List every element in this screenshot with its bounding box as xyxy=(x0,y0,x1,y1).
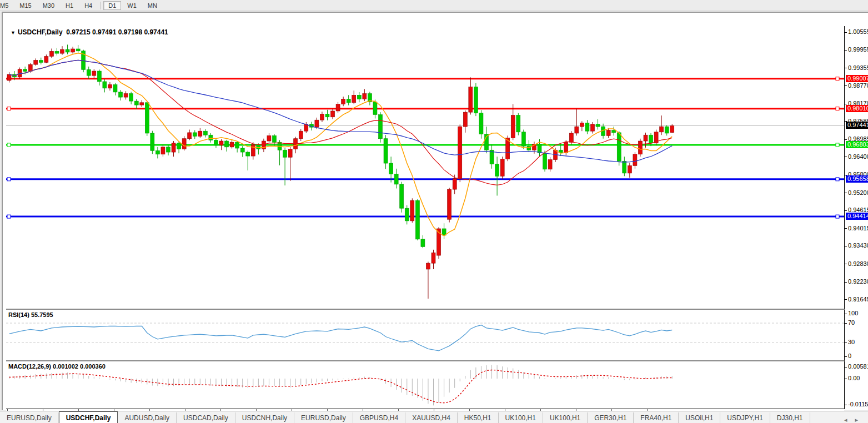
candle-body xyxy=(167,147,170,152)
timeframe-button-mn[interactable]: MN xyxy=(143,1,162,10)
candle-body xyxy=(7,74,11,80)
hline-price-badge: 0.95658 xyxy=(846,175,868,183)
candle-body xyxy=(463,112,467,127)
price-axis[interactable]: 1.005550.999550.993550.987700.981700.975… xyxy=(845,26,868,409)
timeframe-button-w1[interactable]: W1 xyxy=(122,1,142,10)
chart-tab-uk100-h1[interactable]: UK100,H1 xyxy=(543,412,588,423)
hline-handle-right[interactable] xyxy=(836,143,839,147)
candle-body xyxy=(606,130,610,136)
candle-body xyxy=(193,133,197,136)
candle-body xyxy=(198,131,202,136)
axis-tick-mark xyxy=(845,246,847,246)
candle-body xyxy=(384,139,388,163)
hline-handle-left[interactable] xyxy=(7,215,11,218)
candle-body xyxy=(49,51,53,56)
tab-scroll-left-icon[interactable]: ◂ xyxy=(844,416,847,423)
candle-body xyxy=(150,133,154,150)
candle-body xyxy=(363,94,367,99)
chart-tab-usdcad-daily[interactable]: USDCAD,Daily xyxy=(177,412,235,423)
candle-body xyxy=(394,174,398,184)
chart-tab-eurusd-daily[interactable]: EURUSD,Daily xyxy=(0,412,59,423)
candle-body xyxy=(458,127,462,179)
candle-body xyxy=(400,184,404,208)
candle-body xyxy=(34,61,38,65)
candle-body xyxy=(352,95,356,103)
axis-tick-mark xyxy=(845,68,847,68)
chart-tab-gbpusd-h4[interactable]: GBPUSD,H4 xyxy=(353,412,405,423)
hline-handle-right[interactable] xyxy=(836,107,839,110)
candle-body xyxy=(315,120,319,127)
chart-tab-dj30-h1[interactable]: DJ30,H1 xyxy=(770,412,810,423)
price-tick-0.92830: 0.92830 xyxy=(845,260,868,267)
candle-body xyxy=(612,130,616,133)
candle-body xyxy=(453,179,456,189)
chart-tab-ger30-h1[interactable]: GER30,H1 xyxy=(588,412,634,423)
candle-body xyxy=(209,135,213,140)
axis-tick-mark xyxy=(845,210,847,211)
chart-tab-usoil-h1[interactable]: USOil,H1 xyxy=(679,412,720,423)
candle-body xyxy=(225,141,229,147)
chart-tab-hk50-h1[interactable]: HK50,H1 xyxy=(458,412,499,423)
hline-handle-left[interactable] xyxy=(7,107,11,110)
candle-body xyxy=(87,69,91,75)
chart-tab-audusd-daily[interactable]: AUDUSD,Daily xyxy=(118,412,177,423)
candle-body xyxy=(548,160,552,169)
chart-tab-usdcnh-daily[interactable]: USDCNH,Daily xyxy=(235,412,294,423)
axis-tick-mark xyxy=(845,367,847,367)
hline-handle-right[interactable] xyxy=(836,178,839,181)
candle-body xyxy=(92,71,96,75)
hline-handle-left[interactable] xyxy=(7,178,11,181)
price-tick-0.95200: 0.95200 xyxy=(845,189,868,196)
candle-body xyxy=(320,114,324,120)
chart-tab-xauusd-h4[interactable]: XAUUSD,H4 xyxy=(405,412,458,423)
chart-tab-usdjpy-h1[interactable]: USDJPY,H1 xyxy=(720,412,770,423)
chart-tab-uk100-h1[interactable]: UK100,H1 xyxy=(499,412,543,423)
candle-body xyxy=(623,161,626,173)
candle-body xyxy=(357,95,361,99)
candle-body xyxy=(129,94,133,102)
chart-tab-usdchf-daily[interactable]: USDCHF,Daily xyxy=(59,411,118,423)
candle-body xyxy=(426,263,430,269)
axis-tick-mark xyxy=(845,228,847,229)
rsi-tick-100: 100 xyxy=(845,310,858,316)
hline-handle-left[interactable] xyxy=(7,143,11,147)
timeframe-button-h1[interactable]: H1 xyxy=(61,1,78,10)
hline-handle-right[interactable] xyxy=(836,77,839,80)
timeframe-toolbar: M5M15M30H1H4D1W1MN xyxy=(0,0,868,11)
candle-body xyxy=(140,103,144,105)
symbol-dropdown-icon[interactable]: ▼ xyxy=(11,30,16,36)
chart-tab-eurusd-daily[interactable]: EURUSD,Daily xyxy=(294,412,353,423)
candle-body xyxy=(145,103,149,133)
hline-handle-right[interactable] xyxy=(836,215,839,218)
candle-body xyxy=(670,125,674,132)
candle-body xyxy=(389,163,393,174)
candle-body xyxy=(97,71,101,82)
candle-body xyxy=(182,139,186,149)
candle-body xyxy=(71,49,75,52)
axis-tick-mark xyxy=(845,85,847,86)
chart-symbol: USDCHF,Daily xyxy=(18,28,63,36)
candle-body xyxy=(564,142,568,153)
axis-tick-mark xyxy=(845,139,847,140)
axis-tick-mark xyxy=(845,314,847,314)
timeframe-button-m5[interactable]: M5 xyxy=(0,1,13,10)
price-tick-0.91645: 0.91645 xyxy=(845,296,868,303)
candle-body xyxy=(240,148,244,152)
macd-tick-zero: 0.00 xyxy=(845,375,860,381)
candle-body xyxy=(39,61,43,63)
candle-body xyxy=(119,92,123,97)
price-tick-1.00555: 1.00555 xyxy=(845,28,868,35)
price-tick-0.92230: 0.92230 xyxy=(845,278,868,285)
macd-pane: MACD(12,26,9) 0.001002 0.000360 xyxy=(6,361,845,409)
price-tick-0.94015: 0.94015 xyxy=(845,225,868,231)
timeframe-button-h4[interactable]: H4 xyxy=(79,1,97,10)
timeframe-button-m30[interactable]: M30 xyxy=(38,1,59,10)
tab-scroll-right-icon[interactable]: ▸ xyxy=(855,416,858,423)
chart-tab-fra40-h1[interactable]: FRA40,H1 xyxy=(634,412,679,423)
chart-window: ▼USDCHF,Daily 0.97215 0.97491 0.97198 0.… xyxy=(2,12,868,410)
candle-body xyxy=(61,49,64,53)
timeframe-button-d1[interactable]: D1 xyxy=(103,1,121,10)
price-pane: ▼USDCHF,Daily 0.97215 0.97491 0.97198 0.… xyxy=(6,26,845,310)
hline-price-badge: 0.96803 xyxy=(846,141,868,148)
timeframe-button-m15[interactable]: M15 xyxy=(14,1,36,10)
